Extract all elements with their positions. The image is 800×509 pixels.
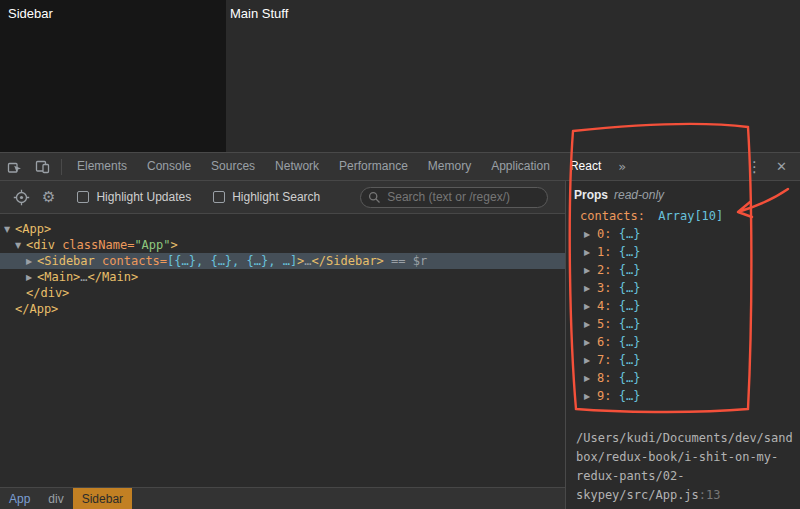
prop-key: 3: xyxy=(597,281,611,295)
prop-value: {…} xyxy=(611,335,640,349)
source-file-link[interactable]: /Users/kudi/Documents/dev/sandbox/redux-… xyxy=(574,429,794,509)
source-file-path: /Users/kudi/Documents/dev/sandbox/redux-… xyxy=(576,431,793,502)
disclosure-triangle[interactable]: ▶ xyxy=(26,270,37,286)
device-toolbar-icon[interactable] xyxy=(28,153,56,180)
devtools-tabs: ElementsConsoleSourcesNetworkPerformance… xyxy=(67,153,611,180)
breadcrumb-item-app[interactable]: App xyxy=(0,488,39,509)
disclosure-triangle[interactable]: ▶ xyxy=(584,226,597,244)
code-segment: <Main> xyxy=(37,270,80,284)
tree-row[interactable]: ▶<Main>…</Main> xyxy=(0,269,565,285)
breadcrumb: AppdivSidebar xyxy=(0,487,565,509)
prop-value: {…} xyxy=(611,281,640,295)
highlight-search-label: Highlight Search xyxy=(232,190,320,204)
tree-row[interactable]: </App> xyxy=(0,301,565,317)
screen: Sidebar Main Stuff ElementsConsoleSou xyxy=(0,0,800,509)
tab-sources[interactable]: Sources xyxy=(201,153,265,180)
tree-row[interactable]: ▼<App> xyxy=(0,221,565,237)
disclosure-triangle[interactable]: ▶ xyxy=(584,352,597,370)
props-contacts-value: Array[10] xyxy=(658,209,723,223)
devtools-tabbar: ElementsConsoleSourcesNetworkPerformance… xyxy=(0,153,800,181)
disclosure-triangle[interactable]: ▶ xyxy=(584,298,597,316)
code-segment: … xyxy=(304,254,311,268)
app-sidebar-region: Sidebar xyxy=(0,0,226,152)
select-component-icon[interactable] xyxy=(13,189,30,206)
code-segment: <div xyxy=(26,238,62,252)
tab-elements[interactable]: Elements xyxy=(67,153,137,180)
disclosure-triangle[interactable]: ▼ xyxy=(15,238,26,254)
prop-item-2[interactable]: ▶2: {…} xyxy=(584,261,800,279)
tree-row-selected[interactable]: ▶<Sidebar contacts=[{…}, {…}, {…}, …]>…<… xyxy=(0,253,565,269)
props-list: ▶0: {…}▶1: {…}▶2: {…}▶3: {…}▶4: {…}▶5: {… xyxy=(584,225,800,405)
prop-item-6[interactable]: ▶6: {…} xyxy=(584,333,800,351)
search-input[interactable] xyxy=(360,187,548,208)
prop-key: 6: xyxy=(597,335,611,349)
more-tabs-icon[interactable]: » xyxy=(611,159,633,174)
component-tree: ▼<App>▼<div className="App">▶<Sidebar co… xyxy=(0,214,565,487)
tab-application[interactable]: Application xyxy=(481,153,560,180)
breadcrumb-item-sidebar[interactable]: Sidebar xyxy=(73,488,132,509)
prop-item-9[interactable]: ▶9: {…} xyxy=(584,387,800,405)
disclosure-triangle[interactable]: ▶ xyxy=(584,370,597,388)
search-field-wrap xyxy=(360,187,548,208)
prop-value: {…} xyxy=(611,227,640,241)
prop-value: {…} xyxy=(611,299,640,313)
disclosure-triangle[interactable]: ▶ xyxy=(584,388,597,406)
prop-item-1[interactable]: ▶1: {…} xyxy=(584,243,800,261)
highlight-updates-checkbox[interactable] xyxy=(77,191,89,203)
tree-row[interactable]: ▼<div className="App"> xyxy=(0,237,565,253)
disclosure-triangle[interactable]: ▶ xyxy=(584,262,597,280)
prop-item-8[interactable]: ▶8: {…} xyxy=(584,369,800,387)
tab-react[interactable]: React xyxy=(560,153,611,180)
prop-item-4[interactable]: ▶4: {…} xyxy=(584,297,800,315)
tab-memory[interactable]: Memory xyxy=(418,153,481,180)
disclosure-triangle[interactable]: ▶ xyxy=(584,244,597,262)
prop-key: 8: xyxy=(597,371,611,385)
prop-key: 5: xyxy=(597,317,611,331)
props-readonly-label: read-only xyxy=(614,188,664,202)
props-pane: Props read-only contacts: Array[10] ▶0: … xyxy=(566,181,800,509)
react-tree-pane: ⚙ Highlight Updates Highlight Search ▼<A… xyxy=(0,181,566,509)
code-segment: </Sidebar> xyxy=(312,254,384,268)
prop-key: 2: xyxy=(597,263,611,277)
code-segment: … xyxy=(80,270,87,284)
source-line-number: :13 xyxy=(699,488,721,502)
prop-value: {…} xyxy=(611,371,640,385)
code-segment: </App> xyxy=(15,302,58,316)
kebab-menu-icon[interactable]: ⋮ xyxy=(740,158,769,176)
disclosure-triangle[interactable]: ▶ xyxy=(26,254,37,270)
prop-item-3[interactable]: ▶3: {…} xyxy=(584,279,800,297)
inspect-element-icon[interactable] xyxy=(0,153,28,180)
code-segment: <App> xyxy=(15,222,51,236)
prop-item-0[interactable]: ▶0: {…} xyxy=(584,225,800,243)
disclosure-triangle[interactable]: ▼ xyxy=(4,222,15,238)
prop-key: 7: xyxy=(597,353,611,367)
tree-row[interactable]: </div> xyxy=(0,285,565,301)
tab-network[interactable]: Network xyxy=(265,153,329,180)
prop-key: 4: xyxy=(597,299,611,313)
settings-gear-icon[interactable]: ⚙ xyxy=(42,188,55,206)
prop-value: {…} xyxy=(611,389,640,403)
tab-performance[interactable]: Performance xyxy=(329,153,418,180)
prop-key: 0: xyxy=(597,227,611,241)
prop-value: {…} xyxy=(611,317,640,331)
props-contacts-key: contacts: xyxy=(580,209,645,223)
prop-value: {…} xyxy=(611,263,640,277)
code-segment: == $r xyxy=(384,254,427,268)
disclosure-triangle[interactable]: ▶ xyxy=(584,280,597,298)
react-toolbar: ⚙ Highlight Updates Highlight Search xyxy=(0,181,565,214)
close-devtools-icon[interactable]: ✕ xyxy=(769,159,794,174)
prop-value: {…} xyxy=(611,353,640,367)
prop-item-5[interactable]: ▶5: {…} xyxy=(584,315,800,333)
code-segment: contacts= xyxy=(102,254,167,268)
breadcrumb-item-div[interactable]: div xyxy=(39,488,72,509)
highlight-search-checkbox[interactable] xyxy=(213,191,225,203)
tab-console[interactable]: Console xyxy=(137,153,201,180)
props-contacts-row[interactable]: contacts: Array[10] xyxy=(580,207,800,225)
prop-key: 1: xyxy=(597,245,611,259)
disclosure-triangle[interactable]: ▶ xyxy=(584,334,597,352)
prop-item-7[interactable]: ▶7: {…} xyxy=(584,351,800,369)
app-main-region: Main Stuff xyxy=(226,0,800,152)
code-segment: className= xyxy=(62,238,134,252)
disclosure-triangle[interactable]: ▶ xyxy=(584,316,597,334)
props-header: Props read-only xyxy=(574,188,800,202)
